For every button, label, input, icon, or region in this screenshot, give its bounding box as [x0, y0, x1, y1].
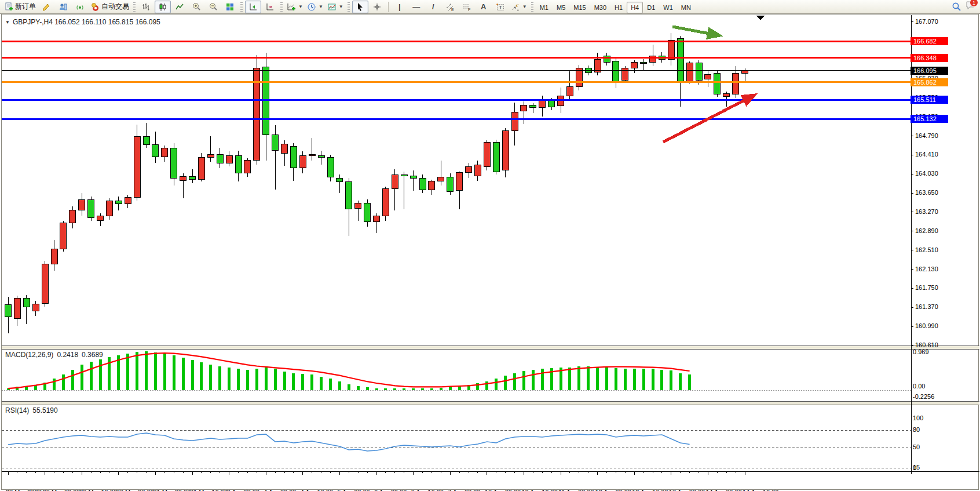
svg-text:E: E — [451, 8, 454, 12]
text-label-tool-button[interactable]: T — [492, 1, 509, 13]
candle — [272, 134, 279, 151]
trendline-tool-button[interactable]: / — [425, 1, 441, 13]
arrows-tool-button[interactable]: ▼ — [509, 1, 529, 13]
candle — [125, 198, 131, 203]
auto-scroll-button[interactable] — [262, 1, 278, 13]
price-axis-tick-label: 164.790 — [915, 132, 938, 139]
crayon-tool-button[interactable] — [38, 1, 54, 13]
candle — [641, 63, 647, 64]
timeframe-button-d1[interactable]: D1 — [643, 2, 659, 13]
candlestick-mode-button[interactable] — [155, 1, 171, 13]
timeframe-button-h4[interactable]: H4 — [627, 2, 643, 13]
candle — [235, 155, 242, 173]
crayon-icon — [42, 2, 51, 12]
macd-histogram-bar — [624, 369, 627, 390]
candle — [364, 203, 371, 221]
time-axis-label: 3 Apr 08:00 — [227, 489, 259, 491]
time-axis-label: 29 Mar 00:00 — [43, 489, 81, 491]
candle — [466, 166, 472, 172]
price-axis-tick-label: 161.370 — [915, 303, 938, 310]
time-axis-label: 14 Apr 16:00 — [743, 489, 778, 491]
timeframe-button-mn[interactable]: MN — [677, 2, 695, 13]
tile-windows-button[interactable] — [222, 1, 238, 13]
cursor-tool-button[interactable] — [352, 1, 368, 13]
symbol-dropdown-icon[interactable]: ▼ — [5, 20, 10, 25]
toolbar-drag-handle[interactable] — [133, 2, 136, 12]
timeframe-button-m15[interactable]: M15 — [569, 2, 590, 13]
channel-tool-button[interactable]: E — [442, 1, 458, 13]
candle — [97, 216, 104, 221]
macd-histogram-bar — [688, 374, 691, 390]
vertical-line-tool-button[interactable]: | — [392, 1, 408, 13]
macd-histogram-bar — [200, 362, 203, 390]
macd-histogram-bar — [495, 379, 498, 390]
zoom-in-button[interactable] — [188, 1, 204, 13]
chart-shift-icon — [248, 2, 258, 12]
macd-histogram-bar — [522, 371, 525, 390]
macd-histogram-bar — [53, 379, 56, 390]
macd-histogram-bar — [209, 365, 212, 390]
candle — [705, 74, 711, 79]
signals-button[interactable] — [72, 1, 88, 13]
green-arrow-annotation[interactable] — [672, 27, 710, 34]
time-axis-label: 6 Apr 00:00 — [374, 489, 407, 491]
candle — [309, 155, 315, 156]
candle — [327, 158, 334, 177]
timeframe-button-m30[interactable]: M30 — [590, 2, 610, 13]
toolbar-drag-handle[interactable] — [348, 2, 350, 12]
macd-histogram-bar — [679, 373, 682, 391]
candle — [207, 155, 214, 158]
new-order-button[interactable]: 新订单 — [2, 1, 38, 13]
period-button[interactable]: ▼ — [305, 1, 325, 13]
templates-button[interactable]: ▼ — [326, 1, 345, 13]
candle — [198, 158, 204, 180]
candle — [484, 142, 490, 166]
candle — [88, 199, 94, 217]
time-axis-label: 4 Apr 16:00 — [301, 489, 333, 491]
auto-trading-label: 自动交易 — [101, 2, 129, 12]
timeframe-button-m1[interactable]: M1 — [536, 2, 553, 13]
fibonacci-tool-button[interactable]: F — [459, 1, 475, 13]
text-label-icon: T — [496, 2, 505, 12]
candle — [226, 155, 232, 163]
macd-histogram-bar — [126, 354, 129, 390]
publisher-button[interactable] — [55, 1, 71, 13]
down-triangle-marker[interactable] — [756, 16, 765, 20]
text-tool-button[interactable]: A — [476, 1, 492, 13]
timeframe-button-m5[interactable]: M5 — [553, 2, 569, 13]
auto-trading-button[interactable]: 自动交易 — [89, 1, 131, 13]
candle — [281, 144, 288, 153]
rsi-line — [8, 433, 690, 451]
toolbar-drag-handle[interactable] — [531, 2, 533, 12]
macd-histogram-bar — [90, 362, 93, 390]
line-chart-mode-button[interactable] — [171, 1, 188, 13]
crosshair-tool-button[interactable] — [369, 1, 385, 13]
chart-window[interactable]: ▼ GBPJPY-,H4 166.052 166.110 165.815 166… — [1, 14, 979, 490]
bar-chart-mode-button[interactable] — [138, 1, 154, 13]
macd-axis-label: -0.2256 — [913, 393, 934, 400]
candle — [558, 96, 564, 106]
add-indicator-button[interactable]: ▼ — [285, 1, 305, 13]
red-arrow-annotation[interactable] — [663, 100, 745, 142]
candle — [733, 74, 739, 94]
chart-shift-button[interactable] — [245, 1, 261, 13]
candle — [32, 304, 39, 311]
macd-histogram-bar — [292, 373, 295, 391]
zoom-out-button[interactable] — [205, 1, 221, 13]
price-axis-tick-label: 162.890 — [915, 227, 938, 234]
candle — [374, 216, 380, 221]
candle — [5, 305, 12, 317]
timeframe-button-w1[interactable]: W1 — [659, 2, 677, 13]
toolbar-drag-handle[interactable] — [280, 2, 283, 12]
timeframe-button-h1[interactable]: H1 — [610, 2, 627, 13]
toolbar-drag-handle[interactable] — [240, 2, 243, 12]
horizontal-line-tool-button[interactable]: — — [408, 1, 425, 13]
macd-histogram-bar — [568, 368, 571, 390]
macd-histogram-bar — [412, 388, 415, 391]
search-icon[interactable] — [952, 2, 961, 12]
macd-histogram-bar — [265, 368, 268, 390]
template-icon — [327, 2, 337, 12]
notifications-button[interactable]: 1 — [965, 1, 975, 13]
rsi-axis-label: 100 — [913, 414, 923, 421]
chart-canvas[interactable] — [2, 14, 979, 489]
